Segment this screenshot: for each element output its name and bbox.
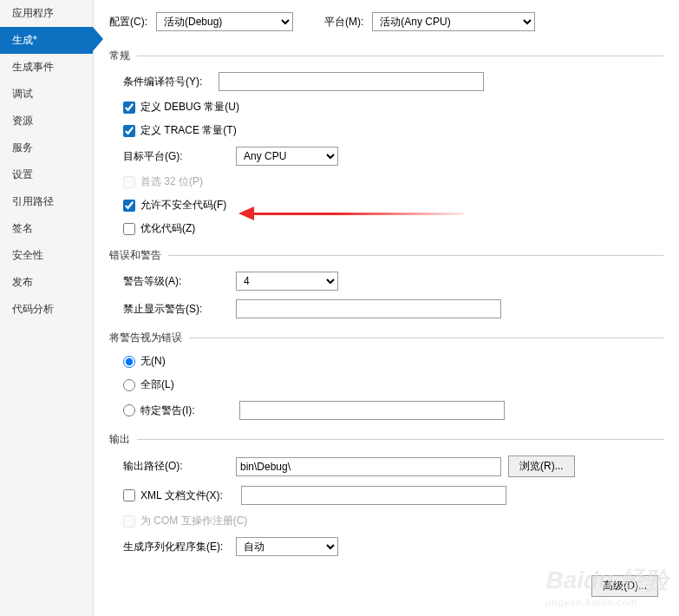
sidebar-item-publish[interactable]: 发布 — [0, 269, 93, 296]
divider — [137, 439, 663, 440]
allow-unsafe-label: 允许不安全代码(F) — [140, 198, 226, 213]
xml-doc-label: XML 文档文件(X): — [140, 488, 236, 503]
sidebar-item-build[interactable]: 生成* — [0, 27, 93, 54]
treat-specific-input[interactable] — [239, 401, 505, 420]
debug-const-checkbox[interactable] — [123, 102, 135, 114]
suppress-warnings-input[interactable] — [236, 299, 501, 318]
sidebar-item-services[interactable]: 服务 — [0, 134, 93, 161]
main-panel: 配置(C): 活动(Debug) 平台(M): 活动(Any CPU) 常规 条… — [94, 0, 679, 616]
treat-specific-label: 特定警告(I): — [140, 403, 234, 418]
sidebar-item-application[interactable]: 应用程序 — [0, 0, 93, 27]
sidebar-item-settings[interactable]: 设置 — [0, 161, 93, 188]
sidebar-item-debug[interactable]: 调试 — [0, 81, 93, 108]
sidebar-item-code-analysis[interactable]: 代码分析 — [0, 296, 93, 323]
cond-symbols-input[interactable] — [219, 72, 484, 91]
prefer-32bit-label: 首选 32 位(P) — [140, 174, 203, 189]
target-platform-select[interactable]: Any CPU — [236, 147, 338, 166]
optimize-checkbox[interactable] — [123, 223, 135, 235]
sidebar-item-build-events[interactable]: 生成事件 — [0, 54, 93, 81]
output-path-input[interactable] — [236, 457, 501, 476]
divider — [137, 56, 663, 56]
warning-level-select[interactable]: 4 — [236, 272, 338, 291]
treat-none-radio[interactable] — [123, 356, 135, 368]
treat-none-label: 无(N) — [140, 354, 166, 369]
serialization-select[interactable]: 自动 — [236, 537, 338, 556]
config-label: 配置(C): — [109, 15, 147, 29]
trace-const-checkbox[interactable] — [123, 125, 135, 137]
debug-const-label: 定义 DEBUG 常量(U) — [140, 100, 239, 115]
xml-doc-checkbox[interactable] — [123, 489, 135, 501]
sidebar-item-signing[interactable]: 签名 — [0, 215, 93, 242]
serialization-label: 生成序列化程序集(E): — [123, 540, 236, 554]
divider — [189, 337, 663, 338]
section-general-title: 常规 — [109, 49, 130, 63]
platform-label: 平台(M): — [324, 15, 363, 29]
treat-specific-radio[interactable] — [123, 404, 135, 416]
output-path-label: 输出路径(O): — [123, 459, 236, 474]
divider — [168, 255, 663, 256]
xml-doc-input — [241, 486, 506, 505]
allow-unsafe-checkbox[interactable] — [123, 200, 135, 212]
target-platform-label: 目标平台(G): — [123, 149, 236, 164]
trace-const-label: 定义 TRACE 常量(T) — [140, 123, 237, 138]
com-interop-label: 为 COM 互操作注册(C) — [140, 514, 247, 528]
com-interop-checkbox — [123, 515, 135, 528]
sidebar-item-reference-paths[interactable]: 引用路径 — [0, 188, 93, 215]
sidebar-item-security[interactable]: 安全性 — [0, 242, 93, 269]
prefer-32bit-checkbox — [123, 176, 135, 188]
suppress-warnings-label: 禁止显示警告(S): — [123, 302, 236, 317]
config-select[interactable]: 活动(Debug) — [156, 12, 293, 31]
browse-button[interactable]: 浏览(R)... — [508, 455, 575, 477]
treat-all-radio[interactable] — [123, 379, 135, 391]
warning-level-label: 警告等级(A): — [123, 274, 236, 289]
advanced-button[interactable]: 高级(D)... — [591, 575, 658, 597]
section-treat-warnings-title: 将警告视为错误 — [109, 331, 182, 345]
cond-symbols-label: 条件编译符号(Y): — [123, 75, 219, 89]
sidebar: 应用程序 生成* 生成事件 调试 资源 服务 设置 引用路径 签名 安全性 发布… — [0, 0, 94, 616]
section-warnings-title: 错误和警告 — [109, 248, 161, 263]
treat-all-label: 全部(L) — [140, 377, 174, 392]
section-output-title: 输出 — [109, 432, 130, 447]
sidebar-item-resources[interactable]: 资源 — [0, 108, 93, 134]
optimize-label: 优化代码(Z) — [140, 221, 195, 236]
platform-select[interactable]: 活动(Any CPU) — [372, 12, 535, 31]
